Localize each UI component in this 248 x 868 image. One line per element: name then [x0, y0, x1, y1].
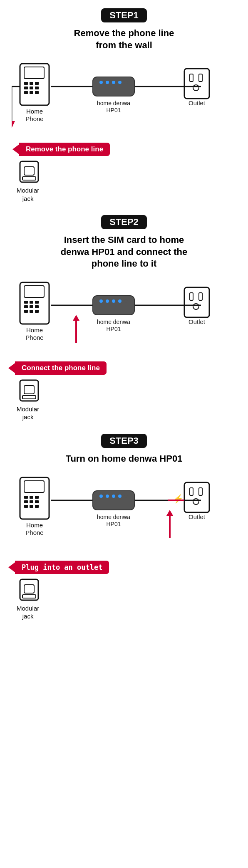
- step2-badge: STEP2: [4, 215, 244, 234]
- modular-jack-label-3: Modularjack: [17, 604, 39, 621]
- svg-text:Outlet: Outlet: [188, 513, 206, 520]
- svg-rect-85: [190, 488, 193, 495]
- svg-rect-75: [24, 505, 28, 508]
- svg-rect-99: [22, 595, 36, 598]
- svg-point-18: [106, 81, 109, 84]
- modular-jack-label-2: Modularjack: [17, 405, 39, 421]
- svg-rect-73: [30, 500, 33, 503]
- svg-rect-24: [199, 74, 202, 82]
- step1-badge: STEP1: [4, 8, 244, 27]
- svg-rect-43: [24, 310, 28, 313]
- step3-diagram: ⚡ Home Phone home denwa HP01 Outlet: [12, 473, 236, 561]
- step1-diagram: Home Phone home denwa HP01 Outlet: [12, 59, 236, 143]
- page: STEP1 Remove the phone linefrom the wall: [0, 0, 248, 641]
- svg-point-87: [193, 499, 199, 504]
- svg-point-48: [106, 299, 109, 303]
- svg-rect-56: [199, 293, 202, 300]
- svg-point-57: [193, 304, 199, 309]
- svg-rect-8: [35, 87, 39, 89]
- step2-action-label: Connect the phone line: [15, 361, 107, 375]
- svg-text:home denwa: home denwa: [97, 100, 130, 106]
- svg-text:Phone: Phone: [25, 115, 43, 122]
- step1-section: STEP1 Remove the phone linefrom the wall: [4, 8, 244, 203]
- svg-rect-11: [35, 91, 39, 94]
- svg-text:HP01: HP01: [106, 521, 121, 527]
- modular-jack-icon-3: [17, 577, 42, 604]
- svg-rect-9: [24, 91, 28, 94]
- svg-rect-7: [30, 87, 33, 89]
- svg-text:Home: Home: [26, 108, 43, 115]
- svg-rect-54: [184, 287, 209, 317]
- step1-action-label: Remove the phone line: [19, 143, 110, 156]
- svg-rect-84: [184, 482, 209, 512]
- step1-modular: Modularjack: [17, 159, 244, 203]
- svg-rect-39: [35, 301, 39, 304]
- svg-rect-45: [35, 310, 39, 313]
- step3-badge: STEP3: [4, 434, 244, 453]
- svg-rect-33: [22, 177, 36, 180]
- step3-action-label: Plug into an outlet: [15, 561, 109, 574]
- step3-title: Turn on home denwa HP01: [4, 453, 244, 465]
- svg-rect-37: [24, 301, 28, 304]
- svg-rect-46: [93, 296, 134, 315]
- svg-point-21: [124, 81, 128, 84]
- step2-diagram: Home Phone home denwa HP01 Outlet: [12, 278, 236, 361]
- svg-rect-2: [24, 67, 44, 79]
- svg-point-17: [99, 81, 103, 84]
- svg-rect-44: [30, 310, 33, 313]
- svg-text:Outlet: Outlet: [188, 99, 206, 106]
- step3-modular: Modularjack: [17, 577, 244, 621]
- svg-rect-5: [35, 82, 39, 85]
- svg-rect-10: [30, 91, 33, 94]
- svg-rect-41: [30, 305, 33, 308]
- svg-rect-23: [190, 74, 193, 82]
- svg-text:Phone: Phone: [25, 334, 43, 341]
- svg-rect-76: [30, 505, 33, 508]
- svg-point-19: [112, 81, 115, 84]
- svg-rect-70: [30, 496, 33, 499]
- svg-rect-42: [35, 305, 39, 308]
- svg-rect-65: [22, 396, 36, 399]
- svg-point-81: [112, 495, 115, 498]
- svg-point-25: [193, 85, 199, 91]
- svg-rect-68: [24, 481, 44, 492]
- step2-section: STEP2 Insert the SIM card to homedenwa H…: [4, 215, 244, 421]
- svg-text:HP01: HP01: [106, 107, 121, 114]
- svg-text:Home: Home: [26, 522, 43, 529]
- svg-point-51: [124, 299, 128, 303]
- svg-point-50: [118, 299, 122, 303]
- modular-jack-icon-2: [17, 378, 42, 405]
- svg-rect-74: [35, 500, 39, 503]
- modular-jack-label-1: Modularjack: [17, 186, 39, 203]
- svg-text:Home: Home: [26, 326, 43, 334]
- svg-rect-77: [35, 505, 39, 508]
- svg-rect-22: [184, 69, 209, 99]
- svg-rect-16: [93, 77, 134, 96]
- svg-rect-40: [24, 305, 28, 308]
- svg-point-47: [99, 299, 103, 303]
- svg-rect-3: [24, 82, 28, 85]
- svg-rect-98: [24, 585, 34, 593]
- svg-rect-72: [24, 500, 28, 503]
- svg-rect-55: [190, 293, 193, 300]
- svg-rect-64: [24, 386, 34, 394]
- svg-rect-32: [24, 167, 34, 175]
- svg-point-80: [106, 495, 109, 498]
- svg-text:Phone: Phone: [25, 529, 43, 536]
- svg-rect-38: [30, 301, 33, 304]
- svg-text:HP01: HP01: [106, 326, 121, 332]
- svg-text:Outlet: Outlet: [188, 318, 206, 325]
- svg-rect-78: [93, 491, 134, 510]
- step2-modular: Modularjack: [17, 378, 244, 421]
- svg-point-83: [124, 495, 128, 498]
- svg-rect-6: [24, 87, 28, 89]
- svg-marker-91: [166, 510, 173, 516]
- svg-point-79: [99, 495, 103, 498]
- svg-rect-86: [199, 488, 202, 495]
- svg-rect-69: [24, 496, 28, 499]
- svg-rect-71: [35, 496, 39, 499]
- svg-rect-4: [30, 82, 33, 85]
- modular-jack-icon-1: [17, 159, 42, 186]
- svg-rect-36: [24, 286, 44, 297]
- svg-point-82: [118, 495, 122, 498]
